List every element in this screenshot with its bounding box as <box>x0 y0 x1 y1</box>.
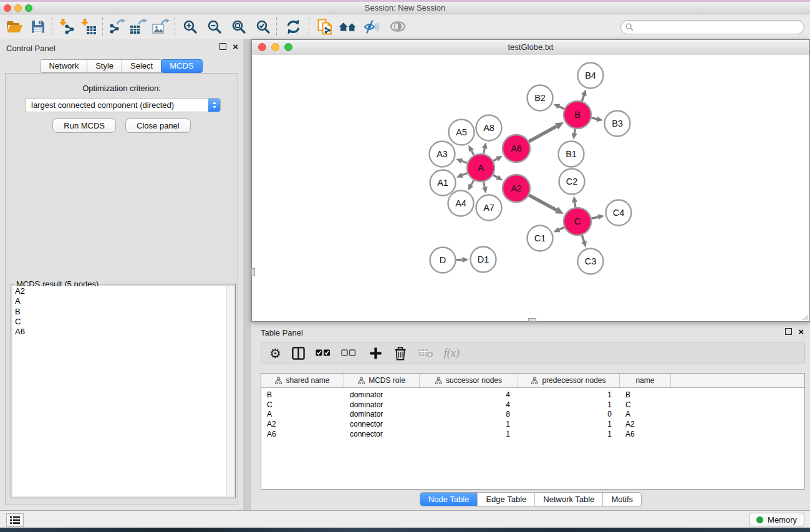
edge-C-C3[interactable] <box>582 235 584 241</box>
close-panel-icon[interactable]: × <box>233 43 238 50</box>
network-graph[interactable]: B4B2BB3A5A8A6B1A3AC2A1A2A4A7C4CC1DD1C3 <box>252 55 809 321</box>
close-panel-icon[interactable]: × <box>798 328 804 335</box>
float-panel-icon[interactable] <box>219 43 226 50</box>
zoom-in-button[interactable] <box>180 17 199 37</box>
edge-C-C4[interactable] <box>591 217 598 218</box>
memory-button[interactable]: Memory <box>749 513 804 526</box>
edge-A-A1[interactable] <box>462 173 467 175</box>
network-window-titlebar[interactable]: testGlobe.txt <box>252 40 809 56</box>
run-mcds-button[interactable]: Run MCDS <box>52 118 116 133</box>
refresh-button[interactable] <box>284 17 302 37</box>
edge-A-A4[interactable] <box>471 180 473 185</box>
node-label-A2: A2 <box>511 183 522 193</box>
close-panel-button[interactable]: Close panel <box>125 118 191 133</box>
edge-C-C1[interactable] <box>559 227 564 230</box>
table-row[interactable]: A6connector11A6 <box>261 429 804 439</box>
result-item[interactable]: A2 <box>12 286 234 296</box>
table-panel: Table Panel × ⚙ <box>251 324 810 510</box>
edge-B-B1[interactable] <box>574 129 575 133</box>
column-header-successor-nodes[interactable]: successor nodes <box>420 374 518 387</box>
delete-row-button[interactable] <box>394 346 407 360</box>
network-canvas[interactable]: B4B2BB3A5A8A6B1A3AC2A1A2A4A7C4CC1DD1C3 <box>252 55 809 321</box>
table-row[interactable]: Adominator80A <box>261 409 804 419</box>
tab-node-table[interactable]: Node Table <box>420 493 478 506</box>
edge-B-B3[interactable] <box>591 118 597 119</box>
edge-C-C2[interactable] <box>575 202 576 207</box>
resize-grip-icon[interactable] <box>801 313 809 321</box>
column-header-name[interactable]: name <box>620 374 671 387</box>
edge-A-A7[interactable] <box>484 182 485 188</box>
cell-mcds-role: dominator <box>344 400 420 409</box>
edge-A-A3[interactable] <box>462 161 468 163</box>
select-all-button[interactable] <box>316 349 330 357</box>
show-all-button[interactable] <box>388 17 407 37</box>
result-item[interactable]: C <box>12 317 234 327</box>
delete-table-button[interactable] <box>418 348 433 358</box>
resize-tick[interactable] <box>528 318 536 322</box>
search-field[interactable] <box>620 20 804 34</box>
tab-edge-table[interactable]: Edge Table <box>477 493 534 506</box>
float-panel-icon[interactable] <box>785 328 792 335</box>
tab-network[interactable]: Network <box>40 59 87 73</box>
result-item[interactable]: A <box>12 296 234 306</box>
tab-mcds[interactable]: MCDS <box>161 59 202 73</box>
export-image-button[interactable] <box>152 17 170 37</box>
first-neighbors-button[interactable] <box>339 17 357 37</box>
table-row[interactable]: A2connector11A2 <box>261 419 804 429</box>
tab-select[interactable]: Select <box>122 59 162 73</box>
edge-A2-C[interactable] <box>529 195 556 210</box>
zoom-fit-button[interactable] <box>229 17 248 37</box>
zoom-out-button[interactable] <box>205 17 223 37</box>
cell-name: C <box>620 400 671 409</box>
edge-A6-B[interactable] <box>529 126 557 142</box>
hide-selected-button[interactable] <box>362 17 381 37</box>
column-header-predecessor-nodes[interactable]: predecessor nodes <box>518 374 620 387</box>
node-label-A3: A3 <box>436 149 448 159</box>
open-session-button[interactable] <box>5 17 24 37</box>
app-titlebar[interactable]: Session: New Session <box>0 2 810 14</box>
edge-B-B4[interactable] <box>582 95 584 101</box>
table-row[interactable]: Cdominator41C <box>261 400 804 410</box>
task-history-button[interactable] <box>6 513 24 527</box>
panel-divider[interactable] <box>243 39 251 510</box>
control-panel: Control Panel × NetworkStyleSelectMCDS O… <box>0 39 243 510</box>
show-column-button[interactable] <box>292 347 305 360</box>
table-settings-button[interactable]: ⚙ <box>269 347 281 360</box>
mcds-result-list[interactable]: A2ABCA6 <box>12 286 234 496</box>
zoom-out-icon <box>207 19 221 34</box>
clone-network-button[interactable] <box>316 17 335 37</box>
column-header-mcds-role[interactable]: MCDS role <box>344 374 420 387</box>
resize-tick[interactable] <box>251 268 255 276</box>
optimization-criterion-label: Optimization criterion: <box>6 84 238 93</box>
columns-icon <box>292 347 305 360</box>
result-item[interactable]: B <box>12 307 234 317</box>
dropdown-stepper-icon[interactable] <box>208 99 220 112</box>
edge-A-A2[interactable] <box>493 175 498 178</box>
search-input[interactable] <box>637 21 799 33</box>
tab-network-table[interactable]: Network Table <box>534 493 602 506</box>
column-header-shared-name[interactable]: shared name <box>261 374 344 387</box>
edge-A-A5[interactable] <box>471 150 474 155</box>
save-session-button[interactable] <box>29 17 47 37</box>
table-tabs: Node TableEdge TableNetwork TableMotifs <box>420 492 642 506</box>
result-item[interactable]: A6 <box>12 327 234 337</box>
add-row-button[interactable] <box>369 347 382 360</box>
export-table-button[interactable] <box>129 17 148 37</box>
result-scrollbar[interactable] <box>226 286 234 496</box>
edge-B-B2[interactable] <box>559 107 564 109</box>
export-network-button[interactable] <box>108 17 127 37</box>
tab-motifs[interactable]: Motifs <box>602 493 641 506</box>
criterion-dropdown[interactable]: largest connected component (directed) <box>25 98 221 112</box>
edge-A-A8[interactable] <box>484 148 485 154</box>
import-network-button[interactable] <box>57 17 76 37</box>
tab-style[interactable]: Style <box>87 59 122 73</box>
function-builder-button[interactable]: f(x) <box>444 347 460 360</box>
tree-icon <box>531 377 538 384</box>
table-row[interactable]: Bdominator41B <box>261 390 804 400</box>
zoom-selected-button[interactable] <box>253 17 272 37</box>
deselect-all-button[interactable] <box>341 349 356 357</box>
arrowhead-icon <box>552 102 561 109</box>
eye-slash-icon <box>364 19 380 34</box>
import-table-button[interactable] <box>79 17 98 37</box>
edge-A-A6[interactable] <box>493 159 497 161</box>
